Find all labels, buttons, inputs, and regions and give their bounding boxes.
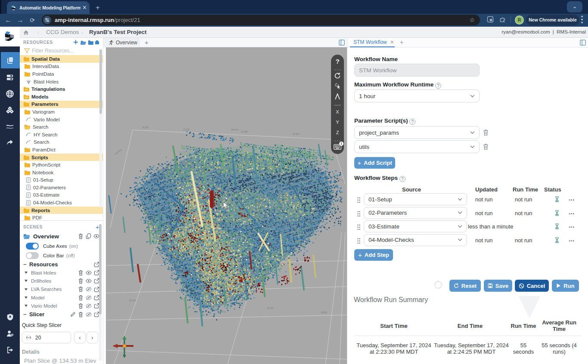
svg-text:18,300: 18,300 (241, 130, 248, 133)
svg-text:36,200: 36,200 (142, 126, 149, 129)
svg-text:26,200: 26,200 (183, 128, 190, 131)
svg-text:26,100: 26,100 (129, 299, 136, 302)
svg-text:18,200: 18,200 (293, 133, 300, 135)
svg-text:18,801: 18,801 (321, 311, 328, 314)
svg-text:18,900: 18,900 (267, 307, 274, 309)
svg-text:Easting: Easting (231, 128, 238, 131)
svg-text:Northing: Northing (114, 148, 122, 155)
